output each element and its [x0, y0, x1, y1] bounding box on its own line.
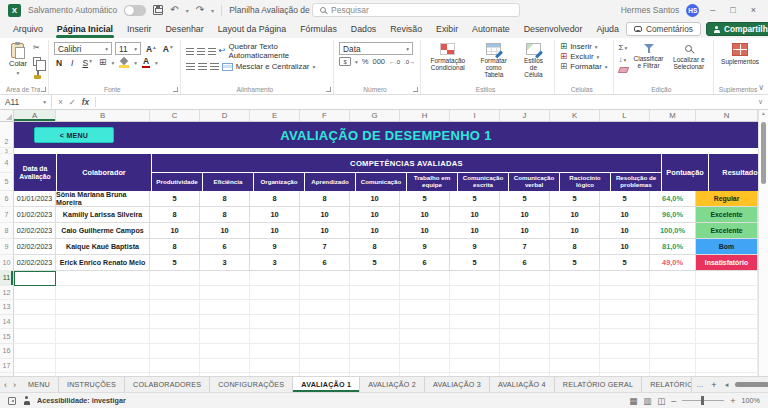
- empty-cell[interactable]: [250, 286, 300, 301]
- empty-cell[interactable]: [550, 329, 600, 344]
- result-cell[interactable]: Insatisfatório: [696, 255, 758, 271]
- zoom-level[interactable]: 100%: [742, 396, 760, 405]
- fill-dropdown-icon[interactable]: ▾: [134, 60, 137, 66]
- empty-cell[interactable]: [250, 315, 300, 330]
- empty-cell[interactable]: [696, 315, 758, 330]
- search-input[interactable]: Pesquisar: [312, 3, 520, 17]
- header-score[interactable]: Pontuação: [662, 154, 708, 191]
- ribbon-tab-arquivo[interactable]: Arquivo: [6, 21, 50, 38]
- sheet-tab-avalia-o-3[interactable]: AVALIAÇÃO 3: [425, 377, 490, 392]
- zoom-slider[interactable]: [682, 400, 724, 401]
- column-header-a[interactable]: A: [14, 110, 56, 121]
- empty-cell[interactable]: [696, 329, 758, 344]
- empty-cell[interactable]: [56, 286, 150, 301]
- empty-cell[interactable]: [550, 344, 600, 359]
- next-sheet-icon[interactable]: ›: [13, 380, 16, 390]
- percentage-cell[interactable]: 96,0%: [650, 207, 696, 223]
- score-cell[interactable]: 10: [400, 223, 450, 239]
- italic-button[interactable]: I: [69, 58, 75, 68]
- score-cell[interactable]: 9: [400, 239, 450, 255]
- score-cell[interactable]: 5: [550, 255, 600, 271]
- collaborator-cell[interactable]: Kaique Kauê Baptista: [56, 239, 150, 255]
- number-format-select[interactable]: Data ▾: [339, 42, 413, 55]
- autosave-toggle[interactable]: [124, 5, 146, 16]
- empty-cell[interactable]: [300, 300, 350, 315]
- empty-cell[interactable]: [350, 300, 400, 315]
- row-number[interactable]: 11: [0, 271, 14, 286]
- empty-cell[interactable]: [696, 344, 758, 359]
- empty-cell[interactable]: [150, 315, 200, 330]
- delete-cells-button[interactable]: ⊞ Excluir ▾: [560, 52, 608, 61]
- empty-cell[interactable]: [400, 344, 450, 359]
- empty-cell[interactable]: [350, 359, 400, 374]
- score-cell[interactable]: 8: [200, 207, 250, 223]
- empty-cell[interactable]: [400, 300, 450, 315]
- empty-cell[interactable]: [600, 329, 650, 344]
- score-cell[interactable]: 6: [400, 255, 450, 271]
- header-competency[interactable]: Produtividade: [152, 173, 202, 191]
- score-cell[interactable]: 8: [300, 191, 350, 207]
- empty-cell[interactable]: [14, 300, 56, 315]
- find-select-button[interactable]: Localizar e Selecionar: [670, 42, 709, 82]
- zoom-in-icon[interactable]: +: [730, 396, 735, 406]
- score-cell[interactable]: 6: [500, 255, 550, 271]
- align-right-icon[interactable]: [210, 63, 219, 70]
- excel-app-icon[interactable]: X: [8, 4, 21, 17]
- empty-cell[interactable]: [600, 359, 650, 374]
- ribbon-tab-automate[interactable]: Automate: [465, 21, 517, 38]
- autosum-dropdown-icon[interactable]: ▾: [625, 45, 628, 51]
- column-header-c[interactable]: C: [150, 110, 200, 121]
- header-competency[interactable]: Aprendizado: [305, 173, 355, 191]
- empty-cell[interactable]: [500, 315, 550, 330]
- font-family-select[interactable]: Calibri ▾: [54, 42, 112, 55]
- minimize-button[interactable]: –: [706, 5, 719, 15]
- empty-cell[interactable]: [300, 271, 350, 286]
- empty-cell[interactable]: [350, 286, 400, 301]
- empty-cell[interactable]: [14, 315, 56, 330]
- empty-cell[interactable]: [250, 300, 300, 315]
- borders-dropdown-icon[interactable]: ▾: [111, 60, 114, 66]
- undo-dropdown-icon[interactable]: ▾: [186, 7, 189, 14]
- column-header-j[interactable]: J: [500, 110, 550, 121]
- header-competency[interactable]: Comunicação verbal: [509, 173, 559, 191]
- percentage-cell[interactable]: 100,0%: [650, 223, 696, 239]
- empty-cell[interactable]: [650, 286, 696, 301]
- result-cell[interactable]: Regular: [696, 191, 758, 207]
- date-cell[interactable]: 02/02/2023: [14, 255, 56, 271]
- score-cell[interactable]: 10: [250, 223, 300, 239]
- menu-button[interactable]: < MENU: [34, 127, 114, 143]
- collapse-ribbon-icon[interactable]: ∨: [758, 83, 764, 92]
- wrap-text-icon[interactable]: ↩: [219, 47, 226, 55]
- column-header-h[interactable]: H: [400, 110, 450, 121]
- page-break-view-icon[interactable]: ◫: [657, 396, 665, 406]
- score-cell[interactable]: 8: [200, 191, 250, 207]
- row-number[interactable]: 15: [0, 329, 14, 344]
- ribbon-tab-p-gina-inicial[interactable]: Página Inicial: [50, 21, 120, 38]
- empty-cell[interactable]: [200, 315, 250, 330]
- empty-cell[interactable]: [56, 329, 150, 344]
- percentage-cell[interactable]: 49,0%: [650, 255, 696, 271]
- empty-cell[interactable]: [400, 315, 450, 330]
- row-number[interactable]: 13: [0, 300, 14, 315]
- score-cell[interactable]: 10: [500, 223, 550, 239]
- fill-down-icon[interactable]: ↓: [619, 55, 623, 64]
- collaborator-cell[interactable]: Erick Enrico Renato Melo: [56, 255, 150, 271]
- sheet-tab-relat-rio-geral[interactable]: RELATÓRIO GERAL: [555, 377, 642, 392]
- autosum-icon[interactable]: Σ: [619, 43, 624, 52]
- empty-cell[interactable]: [550, 300, 600, 315]
- empty-cell[interactable]: [250, 359, 300, 374]
- cancel-icon[interactable]: ×: [58, 97, 63, 107]
- fill-dropdown2-icon[interactable]: ▾: [624, 57, 627, 63]
- page-layout-view-icon[interactable]: ▥: [643, 396, 651, 406]
- empty-cell[interactable]: [450, 329, 500, 344]
- score-cell[interactable]: 3: [250, 255, 300, 271]
- score-cell[interactable]: 5: [350, 255, 400, 271]
- score-cell[interactable]: 10: [200, 223, 250, 239]
- empty-cell[interactable]: [650, 300, 696, 315]
- empty-cell[interactable]: [500, 344, 550, 359]
- empty-cell[interactable]: [650, 344, 696, 359]
- accessibility-status[interactable]: Acessibilidade: investigar: [37, 396, 126, 405]
- result-cell[interactable]: Excelente: [696, 207, 758, 223]
- horizontal-scroll-track[interactable]: [731, 381, 768, 388]
- close-button[interactable]: ×: [747, 5, 760, 15]
